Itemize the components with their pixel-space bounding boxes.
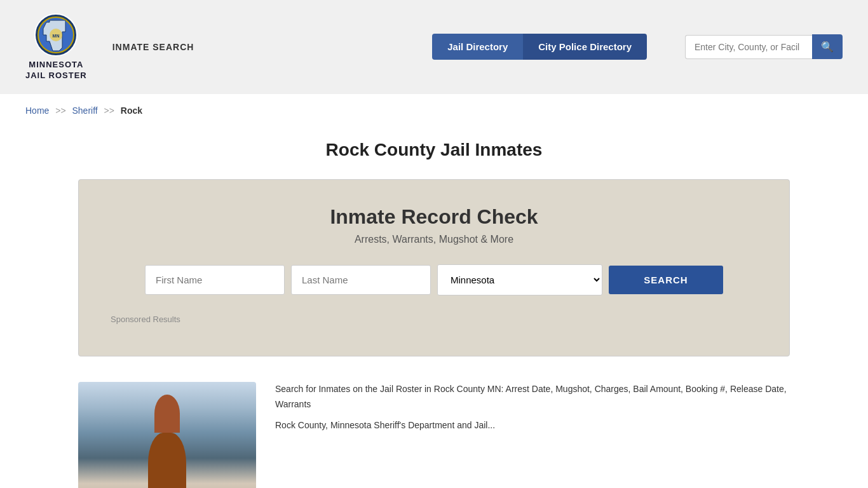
sponsored-text: Sponsored Results xyxy=(111,315,757,324)
content-section: Search for Inmates on the Jail Roster in… xyxy=(78,382,790,488)
record-check-box: Inmate Record Check Arrests, Warrants, M… xyxy=(78,179,790,356)
nav-buttons: Jail Directory City Police Directory xyxy=(432,34,647,60)
jail-image xyxy=(78,382,256,488)
breadcrumb: Home >> Sheriff >> Rock xyxy=(0,94,868,127)
breadcrumb-current: Rock xyxy=(121,105,142,116)
inmate-search-form: AlabamaAlaskaArizonaArkansasCaliforniaCo… xyxy=(111,264,757,295)
breadcrumb-sep1: >> xyxy=(55,105,65,116)
logo-text: MINNESOTA JAIL ROSTER xyxy=(25,60,87,81)
record-check-subtitle: Arrests, Warrants, Mugshot & More xyxy=(111,234,757,245)
inmate-search-link[interactable]: INMATE SEARCH xyxy=(112,42,194,52)
logo-icon: MN xyxy=(34,13,78,57)
search-icon: 🔍 xyxy=(821,41,834,52)
header-search-area: 🔍 xyxy=(685,34,843,59)
police-directory-button[interactable]: City Police Directory xyxy=(523,34,647,60)
first-name-input[interactable] xyxy=(145,265,285,295)
header-search-button[interactable]: 🔍 xyxy=(812,34,843,59)
record-check-title: Inmate Record Check xyxy=(111,205,757,229)
content-text: Search for Inmates on the Jail Roster in… xyxy=(275,382,790,440)
breadcrumb-sheriff[interactable]: Sheriff xyxy=(72,105,98,116)
state-select[interactable]: AlabamaAlaskaArizonaArkansasCaliforniaCo… xyxy=(437,264,602,295)
breadcrumb-sep2: >> xyxy=(104,105,114,116)
site-logo[interactable]: MN MINNESOTA JAIL ROSTER xyxy=(25,13,87,81)
page-title: Rock County Jail Inmates xyxy=(78,140,790,160)
header-search-input[interactable] xyxy=(685,35,812,59)
svg-text:MN: MN xyxy=(53,34,60,38)
main-content: Rock County Jail Inmates Inmate Record C… xyxy=(53,140,815,488)
last-name-input[interactable] xyxy=(291,265,431,295)
inmate-search-button[interactable]: SEARCH xyxy=(609,266,723,294)
breadcrumb-home[interactable]: Home xyxy=(25,105,49,116)
content-description: Search for Inmates on the Jail Roster in… xyxy=(275,382,790,412)
site-header: MN MINNESOTA JAIL ROSTER INMATE SEARCH J… xyxy=(0,0,868,94)
content-description2: Rock County, Minnesota Sheriff's Departm… xyxy=(275,418,790,433)
jail-directory-button[interactable]: Jail Directory xyxy=(432,34,523,60)
content-image xyxy=(78,382,256,488)
